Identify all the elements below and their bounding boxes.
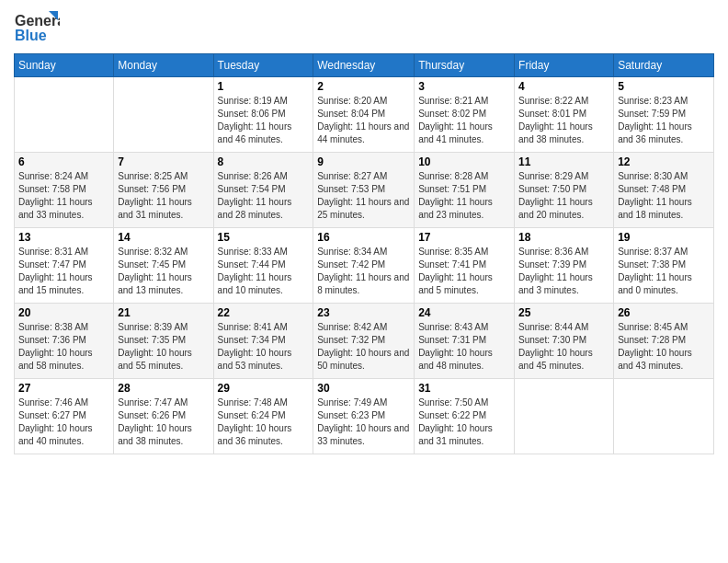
day-number: 20 [18,306,109,319]
day-number: 16 [317,231,410,244]
calendar-cell: 10Sunrise: 8:28 AMSunset: 7:51 PMDayligh… [415,153,515,228]
day-number: 15 [218,231,310,244]
day-number: 5 [618,80,710,93]
calendar-cell: 13Sunrise: 8:31 AMSunset: 7:47 PMDayligh… [15,228,114,304]
svg-text:Blue: Blue [15,28,47,43]
calendar-week-row: 1Sunrise: 8:19 AMSunset: 8:06 PMDaylight… [15,77,714,153]
calendar-cell [515,379,614,454]
calendar-week-row: 20Sunrise: 8:38 AMSunset: 7:36 PMDayligh… [15,304,714,379]
day-info: Sunrise: 8:30 AMSunset: 7:48 PMDaylight:… [618,170,710,222]
day-number: 17 [418,231,510,244]
calendar-cell: 27Sunrise: 7:46 AMSunset: 6:27 PMDayligh… [15,379,114,454]
calendar-cell: 7Sunrise: 8:25 AMSunset: 7:56 PMDaylight… [114,153,213,228]
day-info: Sunrise: 8:26 AMSunset: 7:54 PMDaylight:… [218,170,310,222]
day-number: 19 [618,231,710,244]
calendar-cell: 9Sunrise: 8:27 AMSunset: 7:53 PMDaylight… [313,153,415,228]
day-of-week-header: Tuesday [213,54,313,77]
calendar-cell: 3Sunrise: 8:21 AMSunset: 8:02 PMDaylight… [415,77,515,153]
day-number: 25 [518,306,609,319]
calendar-cell: 22Sunrise: 8:41 AMSunset: 7:34 PMDayligh… [213,304,313,379]
calendar-cell: 6Sunrise: 8:24 AMSunset: 7:58 PMDaylight… [15,153,114,228]
day-info: Sunrise: 7:46 AMSunset: 6:27 PMDaylight:… [18,396,109,448]
day-number: 7 [118,155,209,168]
calendar-cell: 24Sunrise: 8:43 AMSunset: 7:31 PMDayligh… [415,304,515,379]
day-info: Sunrise: 7:50 AMSunset: 6:22 PMDaylight:… [418,396,510,448]
day-info: Sunrise: 8:19 AMSunset: 8:06 PMDaylight:… [218,95,310,146]
calendar-cell [114,77,213,153]
day-info: Sunrise: 8:37 AMSunset: 7:38 PMDaylight:… [618,246,710,297]
calendar-cell: 21Sunrise: 8:39 AMSunset: 7:35 PMDayligh… [114,304,213,379]
day-info: Sunrise: 8:42 AMSunset: 7:32 PMDaylight:… [317,321,410,373]
calendar-cell: 31Sunrise: 7:50 AMSunset: 6:22 PMDayligh… [415,379,515,454]
day-number: 3 [418,80,510,93]
calendar-cell: 1Sunrise: 8:19 AMSunset: 8:06 PMDaylight… [213,77,313,153]
day-of-week-header: Friday [515,54,614,77]
day-number: 14 [118,231,209,244]
calendar-cell: 17Sunrise: 8:35 AMSunset: 7:41 PMDayligh… [415,228,515,304]
day-info: Sunrise: 8:29 AMSunset: 7:50 PMDaylight:… [518,170,609,222]
day-number: 8 [218,155,310,168]
day-info: Sunrise: 8:39 AMSunset: 7:35 PMDaylight:… [118,321,209,373]
day-number: 24 [418,306,510,319]
calendar-cell [614,379,714,454]
calendar-cell [15,77,114,153]
day-of-week-header: Saturday [614,54,714,77]
calendar-cell: 25Sunrise: 8:44 AMSunset: 7:30 PMDayligh… [515,304,614,379]
calendar-cell: 18Sunrise: 8:36 AMSunset: 7:39 PMDayligh… [515,228,614,304]
day-number: 28 [118,382,209,395]
day-info: Sunrise: 7:48 AMSunset: 6:24 PMDaylight:… [218,396,310,448]
day-number: 9 [317,155,410,168]
calendar-cell: 30Sunrise: 7:49 AMSunset: 6:23 PMDayligh… [313,379,415,454]
calendar-header-row: SundayMondayTuesdayWednesdayThursdayFrid… [15,54,714,77]
day-info: Sunrise: 8:41 AMSunset: 7:34 PMDaylight:… [218,321,310,373]
day-of-week-header: Thursday [415,54,515,77]
calendar-cell: 2Sunrise: 8:20 AMSunset: 8:04 PMDaylight… [313,77,415,153]
day-info: Sunrise: 8:45 AMSunset: 7:28 PMDaylight:… [618,321,710,373]
day-number: 30 [317,382,410,395]
calendar-cell: 12Sunrise: 8:30 AMSunset: 7:48 PMDayligh… [614,153,714,228]
day-number: 6 [18,155,109,168]
day-info: Sunrise: 8:28 AMSunset: 7:51 PMDaylight:… [418,170,510,222]
day-number: 1 [218,80,310,93]
calendar-cell: 20Sunrise: 8:38 AMSunset: 7:36 PMDayligh… [15,304,114,379]
day-of-week-header: Wednesday [313,54,415,77]
day-number: 27 [18,382,109,395]
day-info: Sunrise: 8:21 AMSunset: 8:02 PMDaylight:… [418,95,510,146]
calendar-cell: 11Sunrise: 8:29 AMSunset: 7:50 PMDayligh… [515,153,614,228]
day-info: Sunrise: 8:43 AMSunset: 7:31 PMDaylight:… [418,321,510,373]
day-info: Sunrise: 7:47 AMSunset: 6:26 PMDaylight:… [118,396,209,448]
day-info: Sunrise: 8:44 AMSunset: 7:30 PMDaylight:… [518,321,609,373]
day-number: 10 [418,155,510,168]
calendar-cell: 26Sunrise: 8:45 AMSunset: 7:28 PMDayligh… [614,304,714,379]
calendar-cell: 14Sunrise: 8:32 AMSunset: 7:45 PMDayligh… [114,228,213,304]
day-number: 11 [518,155,609,168]
day-info: Sunrise: 8:27 AMSunset: 7:53 PMDaylight:… [317,170,410,222]
day-of-week-header: Monday [114,54,213,77]
calendar-cell: 8Sunrise: 8:26 AMSunset: 7:54 PMDaylight… [213,153,313,228]
day-info: Sunrise: 8:22 AMSunset: 8:01 PMDaylight:… [518,95,609,146]
day-number: 22 [218,306,310,319]
day-info: Sunrise: 8:35 AMSunset: 7:41 PMDaylight:… [418,246,510,297]
calendar-cell: 29Sunrise: 7:48 AMSunset: 6:24 PMDayligh… [213,379,313,454]
day-info: Sunrise: 8:23 AMSunset: 7:59 PMDaylight:… [618,95,710,146]
day-of-week-header: Sunday [15,54,114,77]
day-number: 31 [418,382,510,395]
day-info: Sunrise: 8:20 AMSunset: 8:04 PMDaylight:… [317,95,410,146]
day-number: 2 [317,80,410,93]
day-number: 21 [118,306,209,319]
day-number: 18 [518,231,609,244]
day-info: Sunrise: 8:24 AMSunset: 7:58 PMDaylight:… [18,170,109,222]
day-info: Sunrise: 8:36 AMSunset: 7:39 PMDaylight:… [518,246,609,297]
calendar-week-row: 6Sunrise: 8:24 AMSunset: 7:58 PMDaylight… [15,153,714,228]
calendar-cell: 16Sunrise: 8:34 AMSunset: 7:42 PMDayligh… [313,228,415,304]
calendar-cell: 5Sunrise: 8:23 AMSunset: 7:59 PMDaylight… [614,77,714,153]
day-info: Sunrise: 8:33 AMSunset: 7:44 PMDaylight:… [218,246,310,297]
day-number: 13 [18,231,109,244]
day-info: Sunrise: 8:25 AMSunset: 7:56 PMDaylight:… [118,170,209,222]
calendar-week-row: 27Sunrise: 7:46 AMSunset: 6:27 PMDayligh… [15,379,714,454]
calendar-week-row: 13Sunrise: 8:31 AMSunset: 7:47 PMDayligh… [15,228,714,304]
day-info: Sunrise: 8:31 AMSunset: 7:47 PMDaylight:… [18,246,109,297]
calendar-cell: 15Sunrise: 8:33 AMSunset: 7:44 PMDayligh… [213,228,313,304]
day-number: 12 [618,155,710,168]
calendar-cell: 28Sunrise: 7:47 AMSunset: 6:26 PMDayligh… [114,379,213,454]
